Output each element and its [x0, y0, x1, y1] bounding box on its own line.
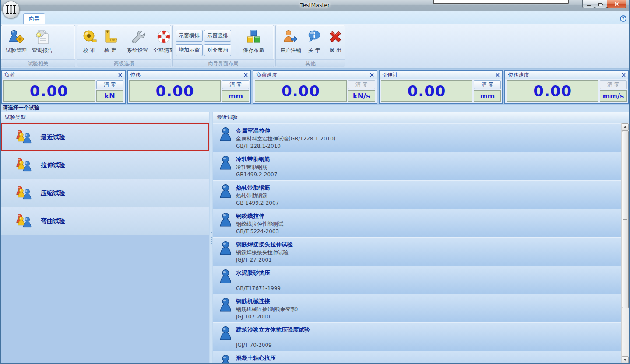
wrench-icon — [129, 29, 146, 46]
panel-close-icon[interactable] — [622, 73, 626, 77]
meter-value-display: 0.00 — [381, 80, 473, 102]
scroll-up-button[interactable] — [622, 123, 629, 131]
pawn-icon — [219, 326, 232, 340]
clear-zero-button[interactable]: 清 零 — [474, 80, 501, 89]
meter-value-display: 0.00 — [255, 80, 347, 102]
clear-zero-button[interactable]: 清 零 — [222, 80, 249, 89]
scrollbar-thumb[interactable] — [622, 131, 629, 308]
thumb-grip-icon — [623, 218, 627, 221]
pawn-icon-wrap — [219, 355, 232, 364]
recent-test-subtitle: 钢筋机械连接(测残余变形) — [236, 306, 298, 313]
meter-close-button[interactable] — [622, 73, 626, 77]
exit-button[interactable]: 退 出 — [325, 26, 346, 60]
add-window-button[interactable]: 增加示窗 — [176, 44, 203, 56]
recent-test-standard: GB 1499.2-2007 — [236, 200, 279, 206]
recent-test-subtitle: 冷轧带肋钢筋 — [236, 164, 267, 171]
meter-close-button[interactable] — [118, 73, 122, 77]
ribbon-group-label: 高级选项 — [77, 60, 171, 67]
query-report-icon — [34, 29, 51, 46]
help-icon[interactable]: ? — [620, 15, 626, 22]
test-management-icon — [8, 29, 25, 46]
meter-row: 负荷0.00清 零kN位移0.00清 零mm负荷速度0.00清 零kN/s引伸计… — [0, 70, 630, 104]
test-type-item[interactable]: 弯曲试验 — [1, 207, 209, 235]
recent-test-item[interactable]: 钢筋焊接接头拉伸试验钢筋焊接接头拉伸试验JGJ/T 27-2001 — [213, 237, 621, 266]
pawn-icon-wrap — [219, 298, 232, 313]
recent-test-item[interactable]: 钢绞线拉伸钢绞线拉伸性能测试GB/T 5224-2003 — [213, 209, 621, 237]
meter-close-button[interactable] — [496, 73, 500, 77]
minimize-button[interactable] — [582, 0, 595, 8]
restore-button[interactable] — [595, 0, 607, 8]
windows-vertical-button[interactable]: 示窗竖排 — [204, 30, 231, 42]
recent-test-standard: GB/T17671-1999 — [236, 285, 281, 291]
meter-value: 0.00 — [533, 82, 572, 100]
system-settings-button[interactable]: 系统设置 — [124, 26, 151, 60]
meter-close-button[interactable] — [244, 73, 248, 77]
recent-test-item[interactable]: 热轧带肋钢筋热轧带肋钢筋GB 1499.2-2007 — [213, 180, 621, 209]
meter-panel: 负荷速度0.00清 零kN/s — [253, 70, 377, 104]
panel-close-icon[interactable] — [244, 73, 248, 77]
recent-test-title: 混凝土轴心抗压 — [236, 354, 276, 362]
arrow-down-icon — [623, 359, 627, 361]
recent-test-item[interactable]: 金属室温拉伸金属材料室温拉伸试验(GB/T228.1-2010)GB/T 228… — [213, 123, 621, 152]
blocks-icon — [245, 29, 262, 46]
recent-test-standard: JGJ/T 70-2009 — [236, 342, 272, 348]
panel-close-icon[interactable] — [496, 73, 500, 77]
about-button[interactable]: 关 于 — [304, 26, 325, 60]
test-type-item[interactable]: 压缩试验 — [1, 179, 209, 207]
ribbon-button-label: 校 准 — [83, 47, 95, 54]
windows-horizontal-button[interactable]: 示窗横排 — [176, 30, 203, 42]
ribbon-tab-row: 向导 ? — [0, 11, 630, 24]
test-type-item[interactable]: 最近试验 — [1, 123, 209, 151]
main-area: 试验类型 最近试验拉伸试验压缩试验弯曲试验 最近试验 金属室温拉伸金属材料室温拉… — [1, 112, 629, 364]
scrollbar-track[interactable] — [622, 131, 629, 356]
meter-unit: kN — [96, 90, 123, 102]
meter-title: 位移速度 — [508, 71, 622, 79]
recent-tests-panel: 最近试验 金属室温拉伸金属材料室温拉伸试验(GB/T228.1-2010)GB/… — [213, 112, 629, 364]
recent-test-item[interactable]: 钢筋机械连接钢筋机械连接(测残余变形)JGJ 107-2010 — [213, 294, 621, 322]
ribbon-group-label: 向导界面布局 — [173, 60, 274, 67]
ribbon: 试验管理 查询报告 试验相关 — [0, 24, 630, 69]
recent-test-item[interactable]: 水泥胶砂抗压GB/T17671-1999 — [213, 266, 621, 294]
recent-test-title: 建筑沙浆立方体抗压强度试验 — [236, 326, 310, 334]
user-logout-button[interactable]: 用户注销 — [278, 26, 304, 60]
meter-title: 负荷速度 — [256, 71, 370, 79]
meter-value: 0.00 — [282, 82, 320, 100]
meter-value: 0.00 — [30, 82, 68, 100]
pawn-icon — [219, 213, 232, 227]
clear-zero-button: 清 零 — [600, 80, 627, 89]
calibrate-button[interactable]: 校 准 — [79, 26, 100, 60]
recent-test-subtitle: 钢绞线拉伸性能测试 — [236, 220, 283, 228]
panel-close-icon[interactable] — [370, 73, 374, 77]
overlapping-popup-remnant — [433, 0, 569, 4]
verify-button[interactable]: 检 定 — [100, 26, 121, 60]
test-management-button[interactable]: 试验管理 — [3, 26, 29, 60]
panel-close-icon[interactable] — [118, 73, 122, 77]
tab-wizard[interactable]: 向导 — [23, 13, 45, 24]
test-type-item[interactable]: 拉伸试验 — [1, 151, 209, 179]
recent-test-item[interactable]: 建筑沙浆立方体抗压强度试验JGJ/T 70-2009 — [213, 322, 621, 351]
pawn-icon-wrap — [219, 127, 232, 143]
query-report-button[interactable]: 查询报告 — [29, 26, 56, 60]
align-layout-button[interactable]: 对齐布局 — [204, 44, 231, 56]
save-layout-button[interactable]: 保存布局 — [240, 26, 267, 60]
recent-test-item[interactable]: 混凝土轴心抗压 — [213, 351, 621, 364]
meter-panel: 位移0.00清 零mm — [127, 70, 252, 104]
close-button[interactable] — [607, 0, 626, 8]
ribbon-button-label: 全部清零 — [153, 47, 174, 54]
scrollbar[interactable] — [621, 123, 629, 364]
close-icon — [614, 2, 619, 6]
pawn-icon-wrap — [219, 184, 232, 200]
meter-value-display: 0.00 — [507, 80, 598, 102]
scroll-down-button[interactable] — [622, 356, 629, 364]
panel-splitter[interactable] — [209, 112, 213, 364]
recent-test-item[interactable]: 冷轧带肋钢筋冷轧带肋钢筋GB1499.2-2007 — [213, 152, 621, 180]
clear-zero-button[interactable]: 清 零 — [96, 80, 123, 89]
app-icon[interactable] — [2, 1, 20, 18]
recent-test-title: 钢绞线拉伸 — [236, 212, 264, 220]
ribbon-button-label: 检 定 — [104, 47, 116, 54]
recent-test-title: 金属室温拉伸 — [236, 127, 270, 135]
arrow-up-icon — [623, 126, 627, 128]
meter-close-button[interactable] — [370, 73, 374, 77]
meter-panel: 位移速度0.00清 零mm/s — [504, 70, 629, 104]
meter-value: 0.00 — [408, 82, 446, 100]
